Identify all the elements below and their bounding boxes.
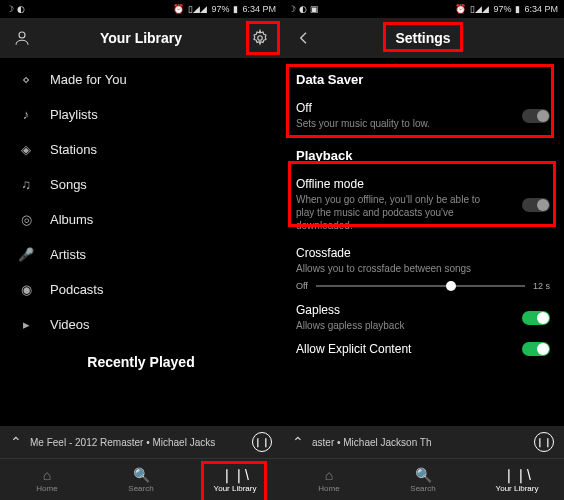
now-playing-bar[interactable]: ⌃ aster • Michael Jackson Th ❙❙ xyxy=(282,426,564,458)
lib-item-songs[interactable]: ♫ Songs xyxy=(0,167,282,202)
offline-row: Offline mode When you go offline, you'll… xyxy=(296,167,550,232)
nav-home[interactable]: ⌂ Home xyxy=(17,467,77,493)
playback-heading: Playback xyxy=(296,148,550,167)
search-icon: 🔍 xyxy=(133,467,150,483)
lib-label: Stations xyxy=(50,142,97,157)
nav-label: Search xyxy=(410,484,435,493)
radio-icon: ◈ xyxy=(16,142,36,157)
lib-item-videos[interactable]: ▸ Videos xyxy=(0,307,282,342)
playback-group: Playback Offline mode When you go offlin… xyxy=(294,140,552,366)
nav-label: Your Library xyxy=(496,484,539,493)
pause-button[interactable]: ❙❙ xyxy=(252,432,272,452)
lib-item-playlists[interactable]: ♪ Playlists xyxy=(0,97,282,132)
crossfade-title: Crossfade xyxy=(296,246,550,260)
svg-point-0 xyxy=(19,32,25,38)
nav-search[interactable]: 🔍 Search xyxy=(111,467,171,493)
search-icon: 🔍 xyxy=(415,467,432,483)
chevron-up-icon[interactable]: ⌃ xyxy=(10,434,22,450)
svg-point-1 xyxy=(258,36,263,41)
library-screen: ☽ ◐ ⏰ ▯◢◢ 97% ▮ 6:34 PM Your Library ⋄ M… xyxy=(0,0,282,500)
back-button[interactable] xyxy=(292,30,316,46)
data-saver-state: Off xyxy=(296,101,430,115)
library-header: Your Library xyxy=(0,18,282,58)
lib-label: Playlists xyxy=(50,107,98,122)
alarm-icon: ⏰ xyxy=(173,4,184,14)
explicit-title: Allow Explicit Content xyxy=(296,342,411,356)
dnd-icon: ◐ xyxy=(17,4,25,14)
lib-label: Songs xyxy=(50,177,87,192)
now-playing-bar[interactable]: ⌃ Me Feel - 2012 Remaster • Michael Jack… xyxy=(0,426,282,458)
sparkle-icon: ⋄ xyxy=(16,72,36,87)
pause-button[interactable]: ❙❙ xyxy=(534,432,554,452)
settings-header: Settings xyxy=(282,18,564,58)
lib-item-albums[interactable]: ◎ Albums xyxy=(0,202,282,237)
app-icon: ▣ xyxy=(310,4,319,14)
page-title: Settings xyxy=(316,30,530,46)
nav-library[interactable]: ❘❘\ Your Library xyxy=(487,467,547,493)
mic-icon: 🎤 xyxy=(16,247,36,262)
gapless-row: Gapless Allows gapless playback xyxy=(296,291,550,332)
moon-icon: ☽ xyxy=(6,4,14,14)
crossfade-min: Off xyxy=(296,281,308,291)
gapless-toggle[interactable] xyxy=(522,311,550,325)
home-icon: ⌂ xyxy=(325,467,333,483)
nav-label: Home xyxy=(36,484,57,493)
crossfade-desc: Allows you to crossfade between songs xyxy=(296,260,496,275)
track-text: Me Feel - 2012 Remaster • Michael Jacks xyxy=(30,437,215,448)
recently-played-heading: Recently Played xyxy=(0,342,282,376)
crossfade-slider[interactable] xyxy=(316,285,525,287)
album-icon: ◎ xyxy=(16,212,36,227)
data-saver-group: Data Saver Off Sets your music quality t… xyxy=(294,64,552,140)
signal-icon: ▯◢◢ xyxy=(188,4,207,14)
battery-percent: 97% xyxy=(493,4,511,14)
lib-item-artists[interactable]: 🎤 Artists xyxy=(0,237,282,272)
page-title: Your Library xyxy=(34,30,248,46)
moon-icon: ☽ xyxy=(288,4,296,14)
lib-item-stations[interactable]: ◈ Stations xyxy=(0,132,282,167)
nav-library[interactable]: ❘❘\ Your Library xyxy=(205,467,265,493)
signal-icon: ▯◢◢ xyxy=(470,4,489,14)
offline-title: Offline mode xyxy=(296,177,496,191)
settings-content: Data Saver Off Sets your music quality t… xyxy=(282,58,564,426)
lib-item-podcasts[interactable]: ◉ Podcasts xyxy=(0,272,282,307)
explicit-toggle[interactable] xyxy=(522,342,550,356)
offline-toggle[interactable] xyxy=(522,198,550,212)
data-saver-heading: Data Saver xyxy=(296,72,550,91)
statusbar: ☽ ◐ ⏰ ▯◢◢ 97% ▮ 6:34 PM xyxy=(0,0,282,18)
crossfade-row: Crossfade Allows you to crossfade betwee… xyxy=(296,232,550,291)
track-text: aster • Michael Jackson Th xyxy=(312,437,431,448)
lib-label: Made for You xyxy=(50,72,127,87)
nav-search[interactable]: 🔍 Search xyxy=(393,467,453,493)
nav-label: Home xyxy=(318,484,339,493)
pod-icon: ◉ xyxy=(16,282,36,297)
explicit-row: Allow Explicit Content xyxy=(296,332,550,356)
clock: 6:34 PM xyxy=(242,4,276,14)
lib-label: Videos xyxy=(50,317,90,332)
bottom-nav: ⌂ Home 🔍 Search ❘❘\ Your Library xyxy=(282,458,564,500)
gapless-desc: Allows gapless playback xyxy=(296,317,404,332)
library-content: ⋄ Made for You ♪ Playlists ◈ Stations ♫ … xyxy=(0,58,282,426)
lib-item-made-for-you[interactable]: ⋄ Made for You xyxy=(0,62,282,97)
clock: 6:34 PM xyxy=(524,4,558,14)
dnd-icon: ◐ xyxy=(299,4,307,14)
nav-home[interactable]: ⌂ Home xyxy=(299,467,359,493)
lib-label: Artists xyxy=(50,247,86,262)
nav-label: Your Library xyxy=(214,484,257,493)
chevron-up-icon[interactable]: ⌃ xyxy=(292,434,304,450)
data-saver-toggle[interactable] xyxy=(522,109,550,123)
offline-desc: When you go offline, you'll only be able… xyxy=(296,191,496,232)
data-saver-desc: Sets your music quality to low. xyxy=(296,115,430,130)
battery-icon: ▮ xyxy=(233,4,238,14)
settings-button[interactable] xyxy=(248,29,272,47)
song-icon: ♫ xyxy=(16,177,36,192)
lib-label: Albums xyxy=(50,212,93,227)
home-icon: ⌂ xyxy=(43,467,51,483)
note-icon: ♪ xyxy=(16,107,36,122)
lib-label: Podcasts xyxy=(50,282,103,297)
battery-icon: ▮ xyxy=(515,4,520,14)
library-icon: ❘❘\ xyxy=(503,467,531,483)
profile-icon[interactable] xyxy=(10,29,34,47)
statusbar: ☽ ◐ ▣ ⏰ ▯◢◢ 97% ▮ 6:34 PM xyxy=(282,0,564,18)
library-icon: ❘❘\ xyxy=(221,467,249,483)
alarm-icon: ⏰ xyxy=(455,4,466,14)
